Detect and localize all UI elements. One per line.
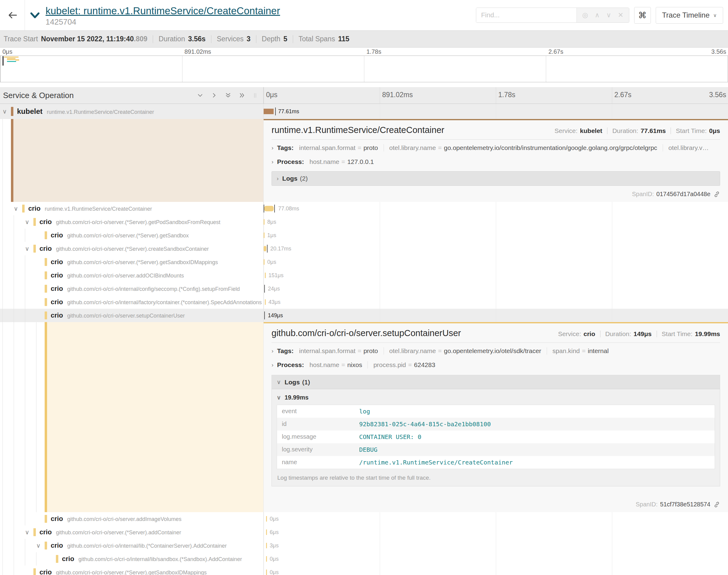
span-duration-bar xyxy=(264,233,265,238)
span-duration-bar xyxy=(264,259,265,265)
span-name-cell[interactable]: ∨criogithub.com/cri-o/cri-o/server.(*Ser… xyxy=(0,242,264,255)
timeline-tick: 1.78s xyxy=(498,91,516,99)
span-timeline-cell[interactable]: 77.61ms xyxy=(264,104,728,119)
span-name-cell[interactable]: criogithub.com/cri-o/cri-o/server.(*Serv… xyxy=(0,229,264,242)
span-timeline-cell[interactable]: 6μs xyxy=(264,526,728,539)
find-input[interactable] xyxy=(476,8,576,23)
span-color-bar xyxy=(33,245,36,252)
span-timeline-cell[interactable]: 0μs xyxy=(264,255,728,269)
span-timeline-cell[interactable]: 149μs xyxy=(264,309,728,322)
chevron-down-icon[interactable]: ∨ xyxy=(25,245,29,252)
span-row[interactable]: ∨criogithub.com/cri-o/cri-o/server.(*Ser… xyxy=(0,526,728,539)
expand-one-icon[interactable] xyxy=(211,92,217,98)
collapse-one-icon[interactable] xyxy=(197,92,203,98)
span-row[interactable]: criogithub.com/cri-o/cri-o/server.(*Serv… xyxy=(0,566,728,575)
span-name-cell[interactable]: ∨kubeletruntime.v1.RuntimeService/Create… xyxy=(0,104,264,119)
span-color-bar xyxy=(45,322,47,512)
span-name-cell[interactable]: criogithub.com/cri-o/cri-o/server.addIma… xyxy=(0,512,264,526)
duration-label: 8μs xyxy=(267,219,276,225)
back-button[interactable] xyxy=(0,0,25,30)
span-name-cell[interactable]: criogithub.com/cri-o/cri-o/server.addOCI… xyxy=(0,269,264,282)
keyboard-shortcuts-button[interactable]: ⌘ xyxy=(634,7,651,24)
span-row[interactable]: criogithub.com/cri-o/cri-o/server.(*Serv… xyxy=(0,255,728,269)
tags-row[interactable]: › Tags: internal.span.format=proto otel.… xyxy=(271,344,720,358)
logs-toggle-expanded[interactable]: ∨ Logs(1) xyxy=(272,375,720,389)
span-timeline-cell[interactable]: 3μs xyxy=(264,539,728,552)
span-name-cell[interactable]: ∨criogithub.com/cri-o/cri-o/server.(*Ser… xyxy=(0,526,264,539)
span-name-cell[interactable]: criogithub.com/cri-o/cri-o/server.(*Serv… xyxy=(0,566,264,575)
span-timeline-cell[interactable]: 0μs xyxy=(264,552,728,566)
span-timeline-cell[interactable]: 1μs xyxy=(264,229,728,242)
service-name: crio xyxy=(51,271,63,279)
span-timeline-cell[interactable]: 43μs xyxy=(264,295,728,309)
logs-toggle-collapsed[interactable]: › Logs(2) xyxy=(271,171,720,186)
span-name-cell[interactable]: ∨criogithub.com/cri-o/cri-o/internal/lib… xyxy=(0,539,264,552)
span-timeline-cell[interactable]: 24μs xyxy=(264,282,728,295)
span-row[interactable]: ∨criogithub.com/cri-o/cri-o/server.(*Ser… xyxy=(0,242,728,255)
span-name-cell[interactable]: criogithub.com/cri-o/cri-o/internal/lib/… xyxy=(0,552,264,566)
span-id-value: 51cf7f38e5128574 xyxy=(660,501,710,508)
collapse-all-icon[interactable] xyxy=(225,92,231,98)
minimap-scrubber-handle[interactable] xyxy=(2,56,4,66)
process-row[interactable]: › Process: host.name=nixos process.pid=6… xyxy=(271,358,720,372)
span-row[interactable]: criogithub.com/cri-o/cri-o/server.setupC… xyxy=(0,309,728,322)
span-row[interactable]: ∨kubeletruntime.v1.RuntimeService/Create… xyxy=(0,104,728,119)
span-row[interactable]: criogithub.com/cri-o/cri-o/server.addIma… xyxy=(0,512,728,526)
duration-label: 77.08ms xyxy=(278,206,299,212)
process-row[interactable]: › Process: host.name=127.0.0.1 xyxy=(271,155,720,169)
span-name-cell[interactable]: criogithub.com/cri-o/cri-o/internal/fact… xyxy=(0,295,264,309)
locate-match-icon[interactable]: ◎ xyxy=(582,11,588,19)
span-row[interactable]: criogithub.com/cri-o/cri-o/server.(*Serv… xyxy=(0,229,728,242)
trace-view-select[interactable]: Trace Timeline ∨ xyxy=(656,7,723,24)
clear-find-icon[interactable]: ✕ xyxy=(618,11,623,19)
span-row[interactable]: ∨criogithub.com/cri-o/cri-o/server.(*Ser… xyxy=(0,215,728,229)
next-match-icon[interactable]: ∨ xyxy=(606,11,611,19)
duration-label: 20.17ms xyxy=(270,246,291,252)
trace-title-link[interactable]: kubelet: runtime.v1.RuntimeService/Creat… xyxy=(45,5,476,17)
operation-name: github.com/cri-o/cri-o/server.(*Server).… xyxy=(67,233,189,239)
detail-duration: 77.61ms xyxy=(640,127,666,134)
span-timeline-cell[interactable]: 8μs xyxy=(264,215,728,229)
minimap-span-bar xyxy=(15,59,19,61)
chevron-down-icon[interactable]: ∨ xyxy=(25,218,29,226)
span-row[interactable]: criogithub.com/cri-o/cri-o/internal/lib/… xyxy=(0,552,728,566)
tags-row[interactable]: › Tags: internal.span.format=proto otel.… xyxy=(271,141,720,155)
chevron-down-icon[interactable]: ∨ xyxy=(36,542,41,549)
link-icon[interactable] xyxy=(714,191,720,198)
span-name-cell[interactable]: criogithub.com/cri-o/cri-o/internal/conf… xyxy=(0,282,264,295)
span-color-bar xyxy=(45,258,47,266)
find-group: ◎ ∧ ∨ ✕ xyxy=(476,8,629,23)
duration-label: 151μs xyxy=(268,272,284,279)
span-name-cell[interactable]: criogithub.com/cri-o/cri-o/server.setupC… xyxy=(0,309,264,322)
column-resize-grip[interactable] xyxy=(254,93,256,98)
span-name-cell[interactable]: criogithub.com/cri-o/cri-o/server.(*Serv… xyxy=(0,255,264,269)
indent-guide xyxy=(2,295,3,309)
span-timeline-cell[interactable]: 77.08ms xyxy=(264,202,728,215)
minimap-tick-labels: 0μs 891.02ms 1.78s 2.67s 3.56s xyxy=(0,48,728,56)
span-timeline-cell[interactable]: 0μs xyxy=(264,566,728,575)
collapse-trace-chevron[interactable] xyxy=(30,12,40,20)
prev-match-icon[interactable]: ∧ xyxy=(595,11,599,19)
span-name-cell[interactable]: ∨crioruntime.v1.RuntimeService/CreateCon… xyxy=(0,202,264,215)
span-row[interactable]: criogithub.com/cri-o/cri-o/server.addOCI… xyxy=(0,269,728,282)
span-name-cell[interactable]: ∨criogithub.com/cri-o/cri-o/server.(*Ser… xyxy=(0,215,264,229)
span-id-value: 0174567d17a0448e xyxy=(656,191,710,198)
chevron-down-icon[interactable]: ∨ xyxy=(2,108,7,115)
span-row[interactable]: criogithub.com/cri-o/cri-o/internal/conf… xyxy=(0,282,728,295)
span-timeline-cell[interactable]: 0μs xyxy=(264,512,728,526)
span-row[interactable]: criogithub.com/cri-o/cri-o/internal/fact… xyxy=(0,295,728,309)
span-labels: criogithub.com/cri-o/cri-o/internal/conf… xyxy=(51,285,240,293)
stat-total-spans: Total Spans115 xyxy=(299,35,349,43)
span-row[interactable]: ∨crioruntime.v1.RuntimeService/CreateCon… xyxy=(0,202,728,215)
span-timeline-cell[interactable]: 151μs xyxy=(264,269,728,282)
span-detail-title: github.com/cri-o/cri-o/server.setupConta… xyxy=(271,328,461,338)
log-entry-toggle[interactable]: ∨ 19.99ms xyxy=(277,391,715,405)
span-row[interactable]: ∨criogithub.com/cri-o/cri-o/internal/lib… xyxy=(0,539,728,552)
log-marker-tick xyxy=(264,205,264,212)
trace-minimap[interactable] xyxy=(0,56,728,82)
link-icon[interactable] xyxy=(714,501,720,508)
chevron-down-icon[interactable]: ∨ xyxy=(14,205,18,212)
chevron-down-icon[interactable]: ∨ xyxy=(25,529,29,536)
expand-all-icon[interactable] xyxy=(239,92,245,98)
span-timeline-cell[interactable]: 20.17ms xyxy=(264,242,728,255)
